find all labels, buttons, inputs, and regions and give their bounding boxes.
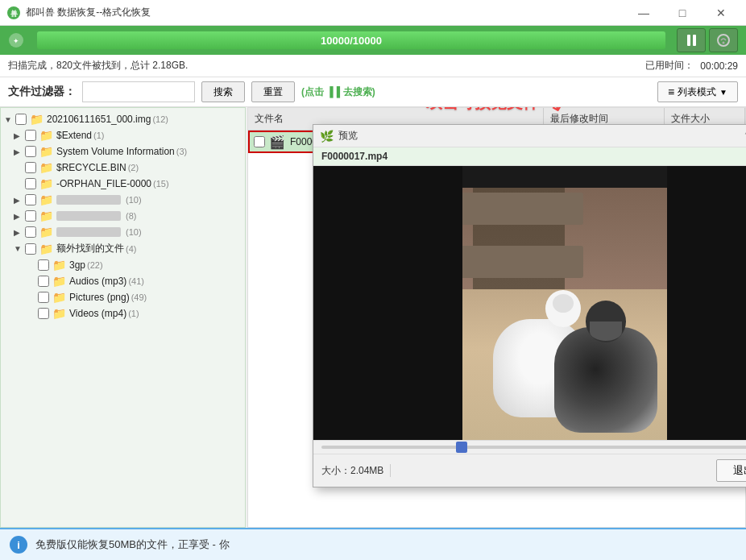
view-mode-button[interactable]: ≡ 列表模式 ▼ bbox=[657, 81, 738, 102]
tree-item-videos[interactable]: 📁 Videos (mp4) (1) bbox=[1, 305, 245, 321]
slider-thumb[interactable] bbox=[456, 442, 467, 453]
folder-icon: 📁 bbox=[39, 226, 53, 239]
svg-text:兽: 兽 bbox=[10, 10, 19, 18]
preview-slider[interactable] bbox=[321, 446, 746, 449]
cat-body-2 bbox=[554, 327, 657, 433]
bottom-info-text: 免费版仅能恢复50MB的文件，正享受 - 你 bbox=[35, 537, 230, 552]
tree-count: (1) bbox=[93, 131, 104, 140]
tree-checkbox[interactable] bbox=[25, 226, 36, 238]
reset-button[interactable]: 重置 bbox=[251, 81, 295, 102]
svg-point-4 bbox=[718, 35, 729, 46]
tree-item-recycle[interactable]: 📁 $RECYCLE.BIN (2) bbox=[1, 160, 245, 176]
preview-title-label: 预览 bbox=[338, 129, 744, 143]
tree-item-blurred-1[interactable]: ▶ 📁 (10) bbox=[1, 192, 245, 208]
cat-2 bbox=[554, 327, 657, 433]
tree-label: System Volume Information bbox=[56, 146, 175, 157]
tree-count: (12) bbox=[152, 114, 168, 124]
dropdown-arrow-icon: ▼ bbox=[719, 88, 727, 97]
folder-icon: 📁 bbox=[52, 291, 66, 304]
stop-button[interactable] bbox=[709, 28, 738, 52]
filter-hint: (点击 ▐▐ 去搜索) bbox=[301, 85, 375, 99]
svg-point-5 bbox=[723, 42, 725, 44]
folder-icon: 📁 bbox=[39, 129, 53, 142]
progress-bar-area: ✦ 10000/10000 bbox=[0, 26, 746, 55]
tree-checkbox[interactable] bbox=[15, 114, 27, 125]
app-logo-icon: ✦ bbox=[8, 32, 24, 48]
tree-count: (22) bbox=[87, 260, 103, 270]
preview-slider-area bbox=[313, 440, 746, 454]
expand-arrow-icon: ▶ bbox=[14, 212, 25, 221]
tree-label: $Extend bbox=[56, 130, 92, 141]
tree-checkbox[interactable] bbox=[25, 243, 36, 255]
tree-label: 3gp bbox=[69, 259, 85, 271]
top-dark bbox=[462, 166, 667, 188]
preview-dialog: 🌿 预览 ? ✕ F0000017.mp4 双击可预览文件 ↙ bbox=[313, 124, 746, 487]
tree-checkbox[interactable] bbox=[25, 178, 36, 189]
video-file-icon: 🎬 bbox=[269, 135, 285, 150]
close-button[interactable]: ✕ bbox=[702, 0, 740, 26]
tree-item-blurred-2[interactable]: ▶ 📁 (8) bbox=[1, 208, 245, 224]
tree-count: (15) bbox=[153, 179, 169, 189]
black-right-region bbox=[667, 166, 746, 440]
preview-filename-bar: F0000017.mp4 bbox=[313, 147, 746, 166]
folder-icon: 📁 bbox=[52, 259, 66, 272]
tree-checkbox[interactable] bbox=[25, 130, 36, 141]
progress-track: 10000/10000 bbox=[37, 31, 665, 49]
scan-info-bar: 扫描完成，820文件被找到，总计 2.18GB. 已用时间： 00:00:29 bbox=[0, 55, 746, 77]
tree-checkbox[interactable] bbox=[25, 162, 36, 173]
tree-item-3gp[interactable]: 📁 3gp (22) bbox=[1, 257, 245, 273]
tree-item-blurred-3[interactable]: ▶ 📁 (10) bbox=[1, 224, 245, 240]
black-left-region bbox=[313, 166, 462, 440]
file-tree-panel: ▼ 📁 202106111651_000.img (12) ▶ 📁 $Exten… bbox=[0, 107, 246, 528]
file-list-panel: 文件名 最后修改时间 文件大小 🎬 F0000017.mp4 未知 2.04MB bbox=[247, 107, 746, 528]
window-title: 都叫兽 数据恢复--格式化恢复 bbox=[26, 6, 625, 19]
app-icon: 兽 bbox=[6, 6, 21, 20]
tree-count: (1) bbox=[128, 309, 139, 318]
tree-item-audios[interactable]: 📁 Audios (mp3) (41) bbox=[1, 273, 245, 289]
pause-icon bbox=[687, 35, 696, 46]
tree-item-svi[interactable]: ▶ 📁 System Volume Information (3) bbox=[1, 143, 245, 160]
stop-icon bbox=[717, 34, 730, 47]
floor bbox=[462, 289, 667, 440]
tree-item-orphan[interactable]: 📁 -ORPHAN_FILE-0000 (15) bbox=[1, 176, 245, 192]
tree-checkbox[interactable] bbox=[25, 146, 36, 157]
tree-checkbox[interactable] bbox=[25, 210, 36, 222]
maximize-button[interactable]: □ bbox=[664, 0, 701, 26]
annotation-overlay: 双击可预览文件 ↙ bbox=[426, 107, 566, 116]
folder-icon: 📁 bbox=[39, 145, 53, 158]
progress-text: 10000/10000 bbox=[321, 35, 382, 47]
folder-icon: 📁 bbox=[39, 177, 53, 190]
tree-item-root[interactable]: ▼ 📁 202106111651_000.img (12) bbox=[1, 111, 245, 127]
tree-checkbox[interactable] bbox=[38, 276, 49, 287]
tree-count: (10) bbox=[126, 195, 142, 205]
tree-checkbox[interactable] bbox=[38, 308, 49, 319]
blurred-name bbox=[56, 227, 121, 237]
filter-input[interactable] bbox=[82, 81, 195, 102]
tree-item-extend[interactable]: ▶ 📁 $Extend (1) bbox=[1, 127, 245, 143]
tree-checkbox[interactable] bbox=[25, 194, 36, 205]
time-info: 已用时间： 00:00:29 bbox=[645, 59, 738, 73]
tree-count: (10) bbox=[126, 227, 142, 237]
video-frame bbox=[462, 166, 667, 440]
minimize-button[interactable]: — bbox=[625, 0, 662, 26]
preview-filename: F0000017.mp4 bbox=[321, 151, 388, 162]
tree-label: $RECYCLE.BIN bbox=[56, 162, 126, 173]
bottom-info-bar: i 免费版仅能恢复50MB的文件，正享受 - 你 bbox=[0, 528, 746, 560]
tree-checkbox[interactable] bbox=[38, 292, 49, 303]
blurred-name bbox=[56, 195, 121, 205]
folder-icon: 📁 bbox=[30, 113, 44, 126]
tree-checkbox[interactable] bbox=[38, 259, 49, 271]
exit-button[interactable]: 退出 bbox=[716, 459, 746, 482]
content-area: ▼ 📁 202106111651_000.img (12) ▶ 📁 $Exten… bbox=[0, 107, 746, 528]
pause-button[interactable] bbox=[677, 28, 706, 52]
folder-icon: 📁 bbox=[39, 243, 53, 255]
cat-head-1 bbox=[545, 290, 580, 327]
tree-item-pictures[interactable]: 📁 Pictures (png) (49) bbox=[1, 289, 245, 305]
main-container: ✦ 10000/10000 扫描完成，820文件被 bbox=[0, 26, 746, 560]
scan-result-text: 扫描完成，820文件被找到，总计 2.18GB. bbox=[8, 59, 188, 73]
tree-item-extra[interactable]: ▼ 📁 额外找到的文件 (4) bbox=[1, 240, 245, 257]
file-checkbox[interactable] bbox=[253, 136, 266, 147]
cat-snout-2 bbox=[590, 321, 623, 341]
search-button[interactable]: 搜索 bbox=[201, 81, 245, 102]
elapsed-label: 已用时间： bbox=[645, 59, 694, 73]
